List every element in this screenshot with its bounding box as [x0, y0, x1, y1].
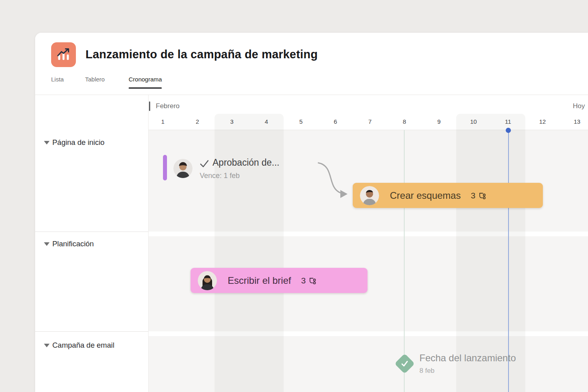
- day-label: 5: [299, 118, 302, 125]
- section-header-campana-de-email[interactable]: Campaña de email: [35, 339, 148, 351]
- subtask-count: 3: [471, 191, 487, 200]
- day-label: 13: [574, 118, 580, 125]
- milestone-title: Fecha del lanzamiento: [419, 352, 516, 364]
- triangle-down-icon: [44, 141, 50, 145]
- day-label: 12: [539, 118, 546, 125]
- day-label: 9: [437, 118, 441, 125]
- day-label: 6: [334, 118, 337, 125]
- subtask-count-number: 3: [471, 191, 475, 200]
- weekend-band: [215, 114, 284, 392]
- day-label: 8: [403, 118, 406, 125]
- sections-sidebar: Página de inicio Planificación Campaña d…: [35, 95, 149, 392]
- check-icon: [400, 359, 409, 368]
- day-label: 10: [470, 118, 477, 125]
- task-title-aprobacion[interactable]: Aprobación de...: [213, 157, 280, 168]
- triangle-down-icon: [44, 242, 50, 246]
- today-button[interactable]: Hoy: [573, 102, 585, 110]
- section-header-pagina-de-inicio[interactable]: Página de inicio: [35, 137, 148, 148]
- subtask-count: 3: [301, 276, 318, 285]
- today-dot: [506, 128, 511, 133]
- section-label: Planificación: [52, 240, 94, 248]
- month-start-marker: [149, 101, 150, 111]
- subtask-branch-icon: [478, 191, 487, 200]
- avatar: [198, 271, 217, 290]
- section-divider: [35, 232, 148, 232]
- bar-chart-trend-up-icon: [56, 47, 72, 63]
- task-bar-aprobacion[interactable]: [163, 155, 167, 180]
- month-label: Febrero: [156, 102, 180, 110]
- tab-lista[interactable]: Lista: [51, 76, 64, 89]
- tab-tablero[interactable]: Tablero: [85, 76, 105, 89]
- project-header: Lanzamiento de la campaña de marketing L…: [35, 33, 588, 95]
- timeline-canvas: Febrero Hoy 12345678910111213: [149, 95, 588, 392]
- project-chart-icon: [51, 42, 76, 67]
- milestone-date: 8 feb: [419, 367, 435, 375]
- triangle-down-icon: [44, 344, 50, 347]
- day-label: 4: [265, 118, 268, 125]
- tab-cronograma[interactable]: Cronograma: [129, 76, 162, 89]
- section-label: Página de inicio: [52, 138, 105, 147]
- timeline-view: Página de inicio Planificación Campaña d…: [35, 95, 588, 392]
- section-header-planificacion[interactable]: Planificación: [35, 238, 148, 250]
- day-label: 7: [368, 118, 371, 125]
- task-due-date: Vence: 1 feb: [200, 172, 240, 180]
- task-title: Crear esquemas: [390, 190, 461, 201]
- page-title: Lanzamiento de la campaña de marketing: [85, 48, 318, 61]
- task-bar-escribir-el-brief[interactable]: Escribir el brief 3: [191, 268, 368, 293]
- task-bar-crear-esquemas[interactable]: Crear esquemas 3: [353, 183, 543, 208]
- subtask-branch-icon: [308, 276, 317, 285]
- day-label: 2: [196, 118, 199, 125]
- milestone-date-line: [404, 130, 405, 392]
- task-title: Escribir el brief: [228, 275, 291, 286]
- section-divider: [35, 331, 148, 332]
- day-label: 1: [161, 118, 165, 125]
- avatar: [360, 186, 379, 205]
- day-label: 3: [230, 118, 233, 125]
- weekend-band: [456, 114, 525, 392]
- project-window: Lanzamiento de la campaña de marketing L…: [35, 33, 588, 392]
- subtask-count-number: 3: [301, 276, 306, 285]
- avatar: [173, 159, 193, 178]
- check-icon: [199, 158, 209, 169]
- day-labels: 12345678910111213: [149, 118, 588, 126]
- day-label: 11: [505, 118, 511, 125]
- section-label: Campaña de email: [52, 341, 114, 350]
